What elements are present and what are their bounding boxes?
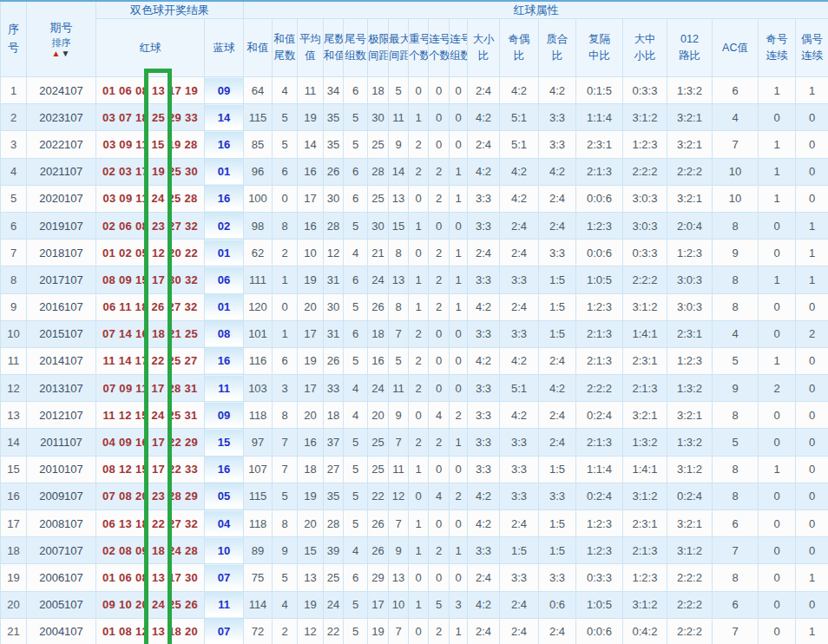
value-cell-0: 97 (244, 429, 273, 456)
table-row: 3202210703 09 11 15 19 28168551435525920… (1, 131, 828, 158)
value-cell-1: 5 (273, 564, 298, 591)
value-cell-18: 0 (796, 402, 828, 429)
value-cell-14: 3:0:3 (623, 185, 667, 212)
value-cell-8: 2 (429, 429, 450, 456)
table-row: 15201010708 12 15 17 22 3316107718275251… (1, 456, 828, 483)
value-cell-12: 0:6 (539, 591, 576, 618)
red-balls-cell: 07 14 16 18 21 25 (96, 320, 205, 347)
value-cell-1: 0 (273, 185, 298, 212)
value-cell-1: 9 (273, 537, 298, 564)
col-header-attr-17: 偶号连续 (796, 19, 828, 77)
value-cell-14: 0:3:3 (623, 240, 667, 266)
value-cell-10: 4:2 (468, 510, 500, 537)
seq-cell: 8 (1, 266, 27, 293)
value-cell-13: 1:2:3 (576, 293, 623, 320)
value-cell-17: 0 (759, 402, 796, 429)
value-cell-15: 2:2:2 (667, 158, 713, 185)
value-cell-1: 8 (273, 402, 298, 429)
value-cell-13: 1:0:5 (576, 266, 623, 293)
value-cell-10: 2:4 (468, 131, 500, 158)
red-balls-cell: 09 10 20 24 25 26 (96, 591, 205, 618)
value-cell-5: 21 (368, 240, 389, 266)
value-cell-16: 8 (713, 266, 759, 293)
value-cell-4: 6 (344, 266, 368, 293)
value-cell-2: 12 (298, 618, 324, 644)
value-cell-0: 115 (244, 483, 273, 509)
lottery-analysis-page: 序 号 期号 排序 ▲▼ 双色球开奖结果 红球属性 红球 蓝球 和值 和值尾 (0, 0, 828, 644)
sort-control[interactable]: 排序 ▲▼ (27, 37, 95, 57)
value-cell-6: 5 (389, 347, 409, 374)
value-cell-17: 1 (759, 131, 796, 158)
value-cell-6: 5 (389, 77, 409, 104)
value-cell-17: 1 (759, 456, 796, 483)
period-cell: 2016107 (27, 293, 96, 320)
value-cell-15: 2:3:1 (667, 320, 713, 347)
col-header-attr-7: 连号个数 (429, 19, 450, 77)
value-cell-12: 3:3 (539, 483, 576, 509)
table-row: 12201310707 09 11 17 28 3111103317334241… (1, 375, 828, 402)
value-cell-1: 7 (273, 456, 298, 483)
value-cell-7: 0 (409, 483, 429, 509)
value-cell-17: 0 (759, 320, 796, 347)
sort-desc-icon[interactable]: ▼ (62, 49, 71, 58)
seq-cell: 4 (1, 158, 27, 185)
value-cell-11: 3:3 (500, 320, 539, 347)
table-row: 10201510707 14 16 18 21 2508101117316187… (1, 320, 828, 347)
table-row: 18200710702 08 09 18 24 2810899153942691… (1, 537, 828, 564)
value-cell-4: 6 (344, 158, 368, 185)
value-cell-10: 2:4 (468, 618, 500, 644)
value-cell-17: 1 (759, 185, 796, 212)
value-cell-3: 30 (324, 185, 344, 212)
value-cell-7: 1 (409, 510, 429, 537)
value-cell-18: 0 (796, 510, 828, 537)
col-header-red-balls: 红球 (96, 19, 205, 77)
value-cell-10: 2:4 (468, 564, 500, 591)
col-header-attr-16: 奇号连续 (759, 19, 796, 77)
red-balls-cell: 02 08 09 18 24 28 (96, 537, 205, 564)
value-cell-10: 4:2 (468, 158, 500, 185)
value-cell-17: 1 (759, 77, 796, 104)
value-cell-8: 2 (429, 537, 450, 564)
value-cell-7: 1 (409, 266, 429, 293)
value-cell-14: 1:2:3 (623, 564, 667, 591)
red-balls-cell: 01 08 12 13 18 20 (96, 618, 205, 644)
value-cell-12: 4:2 (539, 375, 576, 402)
sort-asc-icon[interactable]: ▲ (52, 49, 62, 58)
value-cell-17: 0 (759, 104, 796, 131)
value-cell-3: 39 (324, 537, 344, 564)
value-cell-11: 4:2 (500, 185, 539, 212)
table-row: 13201210711 12 15 24 25 3109118820184209… (1, 402, 828, 429)
value-cell-6: 11 (389, 375, 409, 402)
value-cell-9: 1 (450, 618, 468, 644)
value-cell-6: 15 (389, 212, 409, 239)
value-cell-2: 19 (298, 266, 324, 293)
period-cell: 2024107 (27, 77, 96, 104)
table-row: 20200510709 10 20 24 25 2611114419245171… (1, 591, 828, 618)
value-cell-8: 2 (429, 266, 450, 293)
value-cell-6: 13 (389, 564, 409, 591)
col-header-attr-5: 最大间距 (389, 19, 409, 77)
value-cell-15: 1:2:3 (667, 240, 713, 266)
red-balls-cell: 08 12 15 17 22 33 (96, 456, 205, 483)
sort-label: 排序 (52, 37, 71, 48)
value-cell-13: 1:2:3 (576, 537, 623, 564)
value-cell-4: 5 (344, 429, 368, 456)
value-cell-4: 6 (344, 320, 368, 347)
value-cell-18: 1 (796, 266, 828, 293)
value-cell-13: 2:2:2 (576, 375, 623, 402)
value-cell-10: 3:3 (468, 266, 500, 293)
value-cell-4: 5 (344, 618, 368, 644)
value-cell-6: 9 (389, 537, 409, 564)
value-cell-14: 3:2:1 (623, 402, 667, 429)
value-cell-16: 8 (713, 212, 759, 239)
col-header-attr-12: 复隔中比 (576, 19, 623, 77)
value-cell-12: 4:2 (539, 77, 576, 104)
value-cell-16: 10 (713, 185, 759, 212)
value-cell-1: 8 (273, 212, 298, 239)
col-header-attr-2: 尾数和值 (324, 19, 344, 77)
value-cell-17: 0 (759, 429, 796, 456)
value-cell-16: 8 (713, 402, 759, 429)
value-cell-11: 2:4 (500, 240, 539, 266)
value-cell-1: 5 (273, 131, 298, 158)
value-cell-7: 1 (409, 591, 429, 618)
